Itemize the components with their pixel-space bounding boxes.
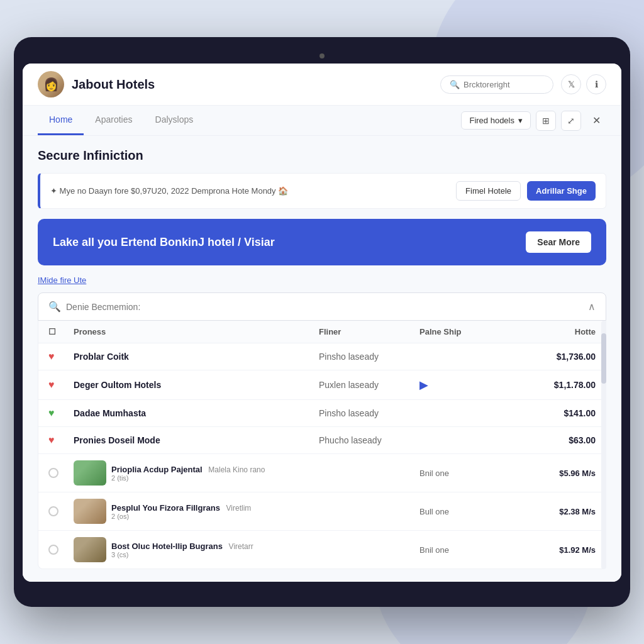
hotel-info: Pesplul You Fizora Fillgrans Viretlim 2 … [111,503,419,520]
header-search-input[interactable] [464,80,544,89]
row-fliner: Phucho laseady [319,435,419,445]
search-filter-input[interactable] [66,302,588,312]
col-hotte: Hotte [520,327,596,336]
grid-icon: ⊞ [542,116,550,126]
sear-more-button[interactable]: Sear More [526,231,591,253]
row-fliner: Bnil one [419,545,520,555]
close-icon: ✕ [592,114,601,126]
row-name: Problar Coitk [74,352,319,362]
info-icon: ℹ [595,79,598,89]
notice-primary-button[interactable]: Adrillar Shge [527,181,596,201]
hotel-stars: 2 (tis) [111,474,419,482]
favorite-icon[interactable]: ♥ [48,435,74,446]
twitter-button[interactable]: 𝕏 [561,74,581,94]
image-row: Bost Oluc Hotel-Ilip Bugrans Viretarr 3 … [38,531,606,569]
header-search-box[interactable]: 🔍 [440,75,553,94]
tab-dalyslops[interactable]: Dalyslops [144,106,205,135]
search-filter-box[interactable]: 🔍 ∧ [38,292,606,321]
row-arrow-icon[interactable]: ▶ [419,378,520,392]
close-button[interactable]: ✕ [586,111,606,131]
filter-dropdown[interactable]: Fired hodels ▾ [461,111,531,130]
notice-outline-button[interactable]: Fimel Hotele [456,181,521,201]
sub-link[interactable]: IMide fire Ute [38,275,606,285]
header-search-icon: 🔍 [450,80,460,89]
table-row: ♥ Dadae Mumhasta Pinsho laseady $141.00 [38,400,606,427]
app-title: Jabout Hotels [72,77,440,92]
map-view-button[interactable]: ⤢ [561,111,581,131]
hotel-name: Bost Oluc Hotel-Ilip Bugrans [111,541,223,551]
grid-view-button[interactable]: ⊞ [536,111,556,131]
row-price: $141.00 [520,408,596,418]
hotel-stars: 3 (cs) [111,551,419,558]
notice-bar: ✦ Mye no Daayn fore $0,97U20, 2022 Dempr… [38,173,606,209]
row-fliner: Bull one [419,507,520,516]
notice-text: ✦ Mye no Daayn fore $0,97U20, 2022 Dempr… [50,186,456,196]
radio-button[interactable] [48,506,58,516]
app-container: 👩 Jabout Hotels 🔍 𝕏 ℹ [23,64,621,582]
favorite-icon[interactable]: ♥ [48,408,74,419]
hotel-info: Prioplia Acdup Pajental Malela Kino rano… [111,465,419,482]
row-name: Pronies Doseil Mode [74,435,319,445]
avatar: 👩 [38,71,64,97]
row-price: $5.96 M/s [520,469,596,478]
content-area: Secure Infiniction ✦ Mye no Daayn fore $… [23,136,621,582]
hotel-info: Bost Oluc Hotel-Ilip Bugrans Viretarr 3 … [111,541,419,558]
hotel-subtitle: Malela Kino rano [208,465,265,474]
nav-tabs: Home Aparoties Dalyslops [38,106,461,135]
hotel-thumbnail [74,460,106,486]
collapse-icon[interactable]: ∧ [588,301,596,313]
info-button[interactable]: ℹ [586,74,606,94]
table-header: ☐ Proness Fliner Palne Ship Hotte [38,321,606,343]
row-name: Deger Oultom Hotels [74,380,319,390]
col-fliner: Fliner [319,327,419,336]
tab-home[interactable]: Home [38,106,84,135]
image-row: Pesplul You Fizora Fillgrans Viretlim 2 … [38,492,606,531]
row-price: $1.92 M/s [520,545,596,555]
radio-button[interactable] [48,468,58,478]
image-row: Prioplia Acdup Pajental Malela Kino rano… [38,454,606,492]
banner: Lake all you Ertend BonkinJ hotel / Visi… [38,219,606,265]
row-price: $1,736.00 [520,352,596,362]
nav-bar: Home Aparoties Dalyslops Fired hodels ▾ … [23,106,621,136]
col-proness: Proness [74,327,319,336]
laptop-screen: 👩 Jabout Hotels 🔍 𝕏 ℹ [23,64,621,582]
app-header: 👩 Jabout Hotels 🔍 𝕏 ℹ [23,64,621,106]
map-icon: ⤢ [567,116,575,126]
nav-right-controls: Fired hodels ▾ ⊞ ⤢ ✕ [461,111,606,131]
hotel-name: Prioplia Acdup Pajental [111,465,203,474]
table-body: ☐ Proness Fliner Palne Ship Hotte ♥ Prob… [38,321,606,569]
notice-actions: Fimel Hotele Adrillar Shge [456,181,596,201]
dropdown-label: Fired hodels [469,116,514,125]
hotel-name: Pesplul You Fizora Fillgrans [111,503,220,513]
table-row: ♥ Problar Coitk Pinsho laseady $1,736.00 [38,343,606,370]
radio-button[interactable] [48,545,58,555]
favorite-icon[interactable]: ♥ [48,351,74,362]
row-fliner: Pinsho laseady [319,352,419,362]
table-row: ♥ Pronies Doseil Mode Phucho laseady $63… [38,427,606,454]
header-actions: 𝕏 ℹ [561,74,606,94]
hotel-stars: 2 (os) [111,513,419,520]
tab-aparoties[interactable]: Aparoties [84,106,143,135]
laptop-frame: 👩 Jabout Hotels 🔍 𝕏 ℹ [14,37,630,607]
favorite-icon[interactable]: ♥ [48,379,74,391]
col-check: ☐ [48,327,74,336]
banner-text: Lake all you Ertend BonkinJ hotel / Visi… [53,236,526,249]
results-table: ☐ Proness Fliner Palne Ship Hotte ♥ Prob… [38,321,606,569]
hotel-subtitle: Viretlim [226,504,252,513]
row-price: $2.38 M/s [520,507,596,516]
scrollbar-track[interactable] [601,321,606,569]
row-price: $63.00 [520,435,596,445]
hotel-thumbnail [74,537,106,562]
hotel-subtitle: Viretarr [229,542,253,551]
twitter-icon: 𝕏 [568,79,575,89]
row-fliner: Bnil one [419,469,520,478]
hotel-thumbnail [74,499,106,524]
section-title: Secure Infiniction [38,148,606,163]
scrollbar-thumb[interactable] [601,333,606,384]
chevron-down-icon: ▾ [518,116,523,125]
table-row: ♥ Deger Oultom Hotels Puxlen laseady ▶ $… [38,370,606,400]
search-filter-icon: 🔍 [48,301,61,313]
row-fliner: Pinsho laseady [319,408,419,418]
laptop-notch [23,46,621,64]
row-fliner: Puxlen laseady [319,380,419,390]
